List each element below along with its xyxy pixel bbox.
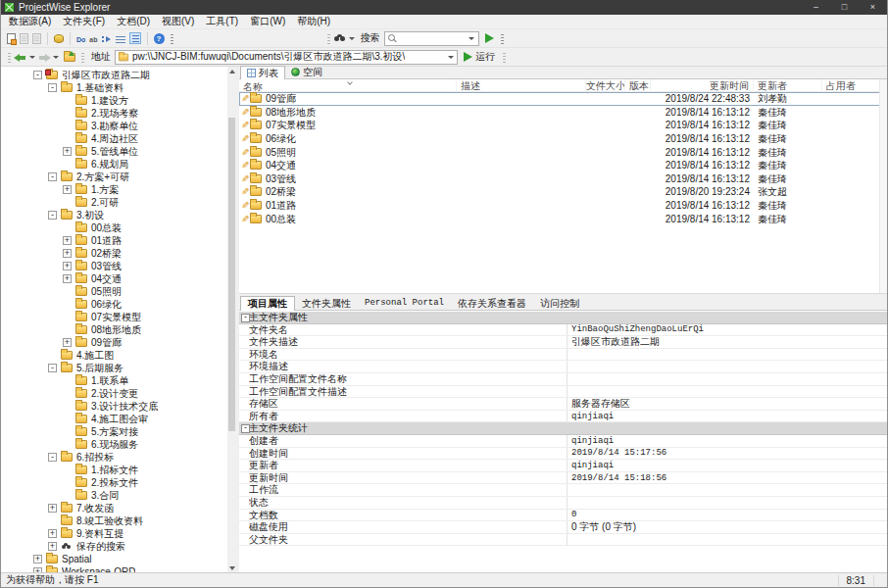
- tree-item[interactable]: 5.管线单位: [1, 145, 236, 158]
- find-binoculars-icon[interactable]: [333, 34, 347, 43]
- tree-item[interactable]: 6.现场服务: [1, 438, 236, 451]
- column-header[interactable]: 描述: [457, 79, 586, 92]
- tree-item[interactable]: 8.竣工验收资料: [1, 514, 236, 527]
- tree-item[interactable]: 3.初设: [1, 209, 236, 221]
- column-header[interactable]: 文件大小: [586, 79, 625, 92]
- menu-item[interactable]: 数据源(A): [3, 15, 57, 28]
- column-header[interactable]: 版本: [625, 79, 651, 92]
- property-row[interactable]: 工作空间配置文件描述: [239, 386, 887, 399]
- expander-icon[interactable]: [63, 338, 72, 347]
- forward-button[interactable]: [37, 51, 51, 64]
- tree-item[interactable]: 1.联系单: [1, 374, 236, 387]
- toolbar-overflow-icon[interactable]: [501, 33, 504, 44]
- property-row[interactable]: 状态: [239, 497, 887, 510]
- expander-icon[interactable]: [33, 71, 42, 79]
- column-header[interactable]: 更新时间: [651, 79, 754, 92]
- new-document-icon[interactable]: [7, 33, 16, 44]
- table-row[interactable]: 06绿化 2019/8/14 16:13:12 秦佳琦: [239, 132, 887, 146]
- expander-icon[interactable]: [63, 236, 72, 245]
- tree-item[interactable]: 2.投标文件: [1, 476, 236, 489]
- tree-item[interactable]: 2.设计变更: [1, 387, 236, 400]
- tree-item[interactable]: 04交通: [1, 272, 236, 285]
- property-row[interactable]: 环境名: [239, 349, 887, 362]
- tree-item[interactable]: 00总装: [1, 221, 236, 234]
- tree-item[interactable]: 3.合同: [1, 489, 236, 502]
- details-list-icon[interactable]: [116, 34, 125, 43]
- tree-item[interactable]: 02桥梁: [1, 247, 236, 260]
- run-label[interactable]: 运行: [475, 50, 495, 64]
- tree-item[interactable]: 4.施工图会审: [1, 413, 236, 425]
- tree-item[interactable]: 1.基础资料: [1, 81, 236, 94]
- expander-icon[interactable]: [48, 172, 57, 181]
- import-grayed-icon[interactable]: [32, 33, 41, 44]
- property-row[interactable]: 主文件夹属性: [239, 312, 887, 324]
- table-row[interactable]: 05照明 2019/8/14 16:13:12 秦佳琦: [239, 145, 887, 159]
- menu-item[interactable]: 文件夹(F): [57, 15, 111, 28]
- properties-tab[interactable]: 依存关系查看器: [451, 297, 533, 310]
- tree-item[interactable]: 03管线: [1, 260, 236, 272]
- back-button[interactable]: [14, 51, 27, 64]
- menu-item[interactable]: 窗口(W): [244, 15, 291, 28]
- tree-item[interactable]: 01道路: [1, 234, 236, 247]
- property-row[interactable]: 存储区 服务器存储区: [239, 398, 887, 411]
- tree-item[interactable]: 7.收发函: [1, 502, 236, 514]
- table-row[interactable]: 07实景模型 2019/8/14 16:13:12 秦佳琦: [239, 119, 887, 132]
- tree-item[interactable]: 06绿化: [1, 298, 236, 311]
- tree-item[interactable]: 1.方案: [1, 183, 236, 196]
- search-input[interactable]: [399, 32, 466, 44]
- tree-item[interactable]: 5.方案对接: [1, 425, 236, 438]
- scroll-down-icon[interactable]: [227, 564, 236, 572]
- help-icon[interactable]: [154, 33, 165, 44]
- expander-icon[interactable]: [63, 274, 72, 283]
- tree-item[interactable]: 09管廊: [1, 336, 236, 349]
- list-scrollbar[interactable]: [879, 79, 887, 293]
- tree-item[interactable]: 1.招标文件: [1, 464, 236, 476]
- search-combobox[interactable]: [384, 31, 479, 46]
- tree-scrollbar[interactable]: [227, 67, 236, 572]
- property-row[interactable]: 更新时间 2019/8/14 15:18:56: [239, 472, 887, 485]
- expander-icon[interactable]: [63, 262, 72, 270]
- tree-item[interactable]: 4.施工图: [1, 349, 236, 362]
- scroll-up-icon[interactable]: [227, 67, 236, 75]
- expander-icon[interactable]: [48, 83, 57, 92]
- export-grayed-icon[interactable]: [20, 33, 28, 44]
- tree-item[interactable]: 保存的搜索: [1, 540, 236, 553]
- rename-icon[interactable]: [89, 33, 97, 44]
- tree-item[interactable]: 2.现场考察: [1, 107, 236, 120]
- expander-icon[interactable]: [48, 364, 57, 372]
- expander-icon[interactable]: [63, 147, 72, 156]
- run-button-icon[interactable]: [464, 52, 472, 62]
- tree-item[interactable]: 3.勘察单位: [1, 120, 236, 132]
- menu-item[interactable]: 文档(D): [111, 15, 156, 28]
- expander-icon[interactable]: [48, 504, 57, 513]
- minimize-button[interactable]: –: [802, 0, 830, 15]
- separator-icon[interactable]: [147, 32, 148, 45]
- tree-item[interactable]: Spatial: [1, 553, 236, 565]
- menu-item[interactable]: 视图(V): [156, 15, 200, 28]
- property-row[interactable]: 文档数 0: [239, 510, 887, 522]
- column-header[interactable]: 更新者: [754, 79, 822, 92]
- go-up-folder-button[interactable]: [64, 53, 75, 62]
- expander-icon[interactable]: [48, 211, 57, 220]
- expander-icon[interactable]: [48, 529, 57, 538]
- property-row[interactable]: 环境描述: [239, 361, 887, 373]
- tree-item[interactable]: 3.设计技术交底: [1, 400, 236, 413]
- tree-item[interactable]: 引爆区市政道路二期: [1, 69, 236, 81]
- tree-item[interactable]: 07实景模型: [1, 311, 236, 323]
- tree-item[interactable]: 4.周边社区: [1, 132, 236, 145]
- search-dropdown-button[interactable]: [466, 32, 478, 45]
- separator-icon[interactable]: [47, 32, 48, 45]
- properties-tab[interactable]: 访问控制: [533, 297, 586, 310]
- interface-icon[interactable]: [102, 34, 112, 43]
- column-header[interactable]: 占用者: [822, 79, 881, 92]
- properties-tab[interactable]: Personal Portal: [358, 297, 451, 310]
- address-combobox[interactable]: pw:\\JNCJ-BIM:fuwuqi\Documents\引爆区市政道路二期…: [115, 50, 458, 65]
- tree-item[interactable]: 6.招投标: [1, 451, 236, 464]
- expander-icon[interactable]: [48, 453, 57, 462]
- tree-item[interactable]: 9.资料互提: [1, 527, 236, 540]
- properties-tab[interactable]: 文件夹属性: [295, 297, 358, 310]
- table-row[interactable]: 02桥梁 2019/8/20 19:23:24 张文超: [239, 185, 887, 199]
- table-row[interactable]: 08地形地质 2019/8/14 16:13:12 秦佳琦: [239, 106, 887, 120]
- close-button[interactable]: ×: [859, 0, 887, 15]
- tree-item[interactable]: 08地形地质: [1, 323, 236, 336]
